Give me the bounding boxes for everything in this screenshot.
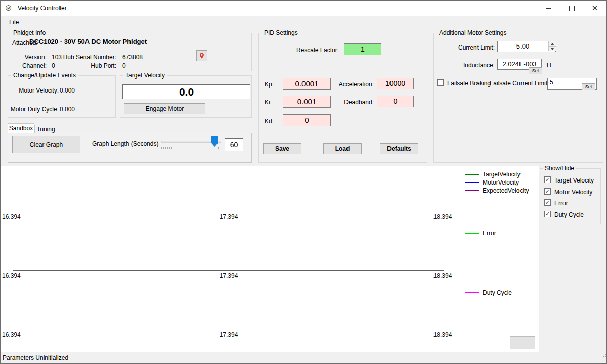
x-tick-label: 17.394 <box>214 214 243 220</box>
phidget-info-group: Phidget Info Attached: DCC1020 - 30V 50A… <box>8 33 252 71</box>
spinner-down-icon[interactable] <box>548 46 556 51</box>
current-limit-spinner[interactable]: 5.00 <box>497 41 556 52</box>
attached-value: DCC1020 - 30V 50A DC Motor Phidget <box>29 38 147 46</box>
failsafe-set-button[interactable]: Set <box>582 83 595 90</box>
channel-label: Channel: <box>12 62 47 69</box>
rescale-factor-input[interactable]: 1 <box>344 43 381 55</box>
maximize-icon[interactable] <box>560 1 583 16</box>
acceleration-label: Acceleration: <box>334 81 374 88</box>
group-title: Change/Update Events <box>11 72 78 79</box>
axis-line <box>13 225 13 273</box>
phidget-logo-icon: ℗ <box>6 4 11 12</box>
defaults-button[interactable]: Defaults <box>380 143 418 154</box>
failsafe-braking-checkbox[interactable] <box>437 79 444 86</box>
gridline <box>443 284 443 332</box>
group-title: Additional Motor Settings <box>437 29 508 36</box>
kp-input[interactable]: 0.0001 <box>283 78 331 90</box>
window-title: Velocity Controller <box>18 1 67 16</box>
axis-line <box>13 270 444 271</box>
legend-line-swatch <box>465 292 479 293</box>
engage-motor-button[interactable]: Engage Motor <box>124 103 205 114</box>
x-tick-label: 16.394 <box>2 214 30 220</box>
graph-length-label: Graph Length (Seconds) <box>92 140 158 147</box>
blank-button[interactable] <box>510 336 535 349</box>
target-velocity-group: Target Velocity 0.0 Engage Motor <box>120 75 252 118</box>
clear-graph-button[interactable]: Clear Graph <box>12 136 80 153</box>
show-target-velocity-checkbox[interactable]: ✓ <box>544 176 551 183</box>
x-tick-label: 18.394 <box>428 214 457 220</box>
hub-serial-value: 673808 <box>122 54 143 61</box>
gridline <box>229 167 229 214</box>
location-pin-icon <box>198 52 205 59</box>
hub-port-value: 0 <box>122 62 126 69</box>
axis-line <box>13 330 444 330</box>
show-target-velocity-label: Target Velocity <box>554 177 594 184</box>
deadband-input[interactable]: 0 <box>377 96 414 107</box>
show-hide-group: Show/Hide ✓ Target Velocity ✓ Motor Velo… <box>540 168 601 224</box>
tab-tuning[interactable]: Tuning <box>34 125 57 133</box>
change-update-events-group: Change/Update Events Motor Velocity: 0.0… <box>8 75 116 118</box>
gridline <box>443 167 443 214</box>
inductance-set-button[interactable]: Set <box>529 67 542 74</box>
ki-label: Ki: <box>265 99 272 106</box>
legend-label: MotorVelocity <box>483 179 519 186</box>
show-motor-velocity-label: Motor Velocity <box>554 189 592 196</box>
slider-tick-marks <box>161 147 220 149</box>
kd-label: Kd: <box>265 118 274 125</box>
locate-button[interactable] <box>196 50 207 61</box>
close-icon[interactable]: ✕ <box>583 1 606 16</box>
menu-file[interactable]: File <box>6 16 22 28</box>
show-duty-cycle-checkbox[interactable]: ✓ <box>544 211 551 217</box>
group-title: Show/Hide <box>543 165 576 172</box>
save-button[interactable]: Save <box>263 143 301 154</box>
legend-line-swatch <box>465 190 479 191</box>
resize-grip-icon[interactable] <box>603 356 604 357</box>
minimize-icon[interactable] <box>537 1 560 16</box>
legend-line-swatch <box>465 233 479 234</box>
app-window: ℗ Velocity Controller ✕ File Phidget Inf… <box>0 0 607 364</box>
legend-label: ExpectedVelocity <box>483 187 529 194</box>
group-title: Target Velocity <box>123 72 167 79</box>
target-velocity-input[interactable]: 0.0 <box>122 84 250 99</box>
version-value: 103 <box>52 54 62 61</box>
kd-input[interactable]: 0 <box>283 114 331 126</box>
tab-sandbox[interactable]: Sandbox <box>8 123 34 133</box>
motor-duty-label: Motor Duty Cycle: <box>8 106 59 113</box>
graph-length-input[interactable]: 60 <box>225 138 243 151</box>
gridline <box>443 225 443 273</box>
legend-line-swatch <box>465 174 479 175</box>
axis-line <box>13 212 444 212</box>
acceleration-input[interactable]: 10000 <box>377 78 414 89</box>
deadband-label: Deadband: <box>334 99 374 106</box>
current-limit-spin-buttons <box>548 41 556 51</box>
motor-duty-value: 0.000 <box>60 106 75 113</box>
channel-value: 0 <box>52 62 55 69</box>
rescale-factor-label: Rescale Factor: <box>284 47 339 54</box>
inductance-unit: H <box>547 62 551 69</box>
divider <box>11 50 248 50</box>
legend-label: Duty Cycle <box>483 289 512 296</box>
x-tick-label: 17.394 <box>214 332 243 338</box>
spinner-up-icon[interactable] <box>548 41 556 46</box>
additional-motor-settings-group: Additional Motor Settings Current Limit:… <box>433 33 603 163</box>
motor-velocity-label: Motor Velocity: <box>12 87 59 94</box>
axis-line <box>13 284 13 332</box>
load-button[interactable]: Load <box>323 143 362 154</box>
group-title: PID Settings <box>262 29 300 36</box>
show-motor-velocity-checkbox[interactable]: ✓ <box>544 188 551 195</box>
status-text: Parameters Uninitialized <box>3 354 68 361</box>
x-tick-label: 18.394 <box>428 332 457 338</box>
show-error-checkbox[interactable]: ✓ <box>544 199 551 206</box>
legend-label: TargetVelocity <box>483 171 521 178</box>
version-label: Version: <box>12 54 47 61</box>
inductance-label: Inductance: <box>446 62 495 69</box>
title-bar: ℗ Velocity Controller ✕ <box>1 1 606 16</box>
hub-serial-label: Hub Serial Number: <box>62 54 116 61</box>
x-tick-label: 16.394 <box>2 332 30 338</box>
group-title: Phidget Info <box>11 29 48 36</box>
x-tick-label: 17.394 <box>214 272 243 279</box>
gridline <box>229 225 229 273</box>
side-panel: Show/Hide ✓ Target Velocity ✓ Motor Velo… <box>539 166 606 353</box>
status-bar: Parameters Uninitialized <box>1 352 606 363</box>
ki-input[interactable]: 0.001 <box>283 96 331 108</box>
